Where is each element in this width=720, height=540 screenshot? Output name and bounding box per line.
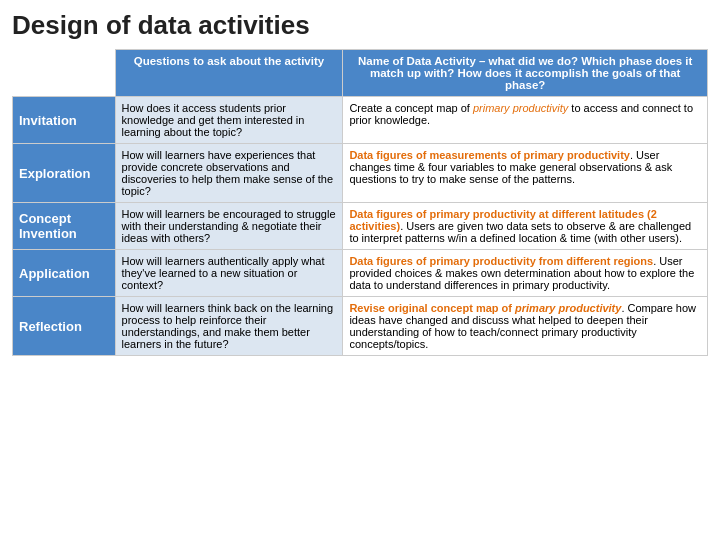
activity-cell: Create a concept map of primary producti… <box>343 97 708 144</box>
activity-text-part: primary productivity <box>473 102 568 114</box>
question-cell: How will learners have experiences that … <box>115 144 343 203</box>
phase-label: Concept Invention <box>13 203 116 250</box>
question-cell: How will learners think back on the lear… <box>115 297 343 356</box>
activity-text-part: . Users are given two data sets to obser… <box>349 220 691 244</box>
table-row: ReflectionHow will learners think back o… <box>13 297 708 356</box>
activities-table: Questions to ask about the activity Name… <box>12 49 708 356</box>
phase-label: Reflection <box>13 297 116 356</box>
header-activity: Name of Data Activity – what did we do? … <box>343 50 708 97</box>
activity-cell: Revise original concept map of primary p… <box>343 297 708 356</box>
table-row: ApplicationHow will learners authentical… <box>13 250 708 297</box>
activity-cell: Data figures of measurements of primary … <box>343 144 708 203</box>
phase-label: Invitation <box>13 97 116 144</box>
activity-text-part: primary productivity <box>515 302 621 314</box>
header-questions: Questions to ask about the activity <box>115 50 343 97</box>
table-row: InvitationHow does it access students pr… <box>13 97 708 144</box>
activity-text-part: Data figures of measurements of primary … <box>349 149 630 161</box>
question-cell: How will learners authentically apply wh… <box>115 250 343 297</box>
activity-text-part: Revise original concept map of <box>349 302 515 314</box>
page-title: Design of data activities <box>12 10 708 41</box>
table-row: Concept InventionHow will learners be en… <box>13 203 708 250</box>
question-cell: How will learners be encouraged to strug… <box>115 203 343 250</box>
header-empty <box>13 50 116 97</box>
activity-cell: Data figures of primary productivity fro… <box>343 250 708 297</box>
activity-text-part: Create a concept map of <box>349 102 473 114</box>
activity-cell: Data figures of primary productivity at … <box>343 203 708 250</box>
table-row: ExplorationHow will learners have experi… <box>13 144 708 203</box>
page: Design of data activities Questions to a… <box>0 0 720 364</box>
phase-label: Application <box>13 250 116 297</box>
phase-label: Exploration <box>13 144 116 203</box>
question-cell: How does it access students prior knowle… <box>115 97 343 144</box>
activity-text-part: Data figures of primary productivity fro… <box>349 255 653 267</box>
